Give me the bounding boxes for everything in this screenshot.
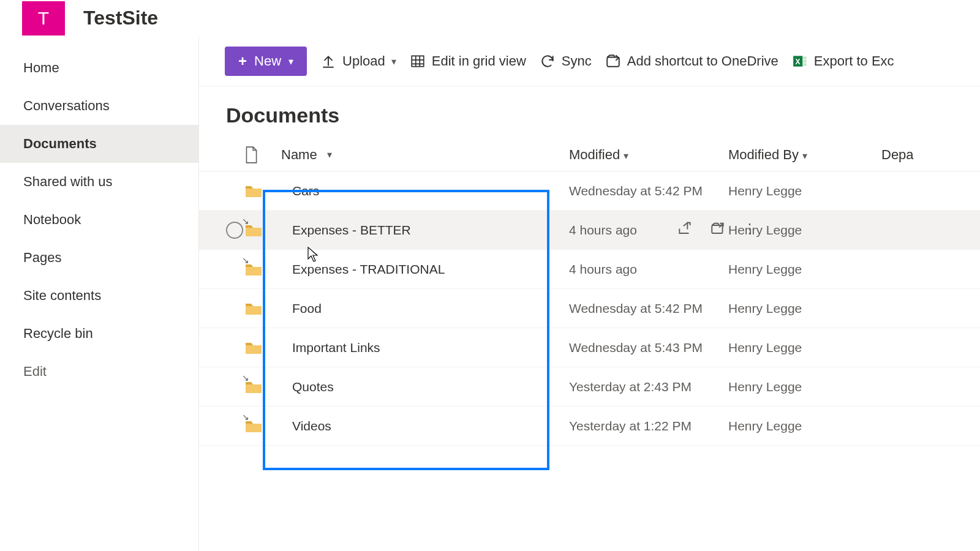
- row-modified: Yesterday at 1:22 PM: [569, 419, 728, 433]
- site-header: T TestSite: [0, 0, 980, 37]
- sidebar: Home Conversations Documents Shared with…: [0, 37, 199, 551]
- new-button[interactable]: + New ▾: [225, 47, 307, 76]
- sidebar-item-pages[interactable]: Pages: [0, 239, 198, 277]
- chevron-down-icon: ▾: [391, 56, 396, 67]
- edit-grid-button[interactable]: Edit in grid view: [410, 53, 526, 69]
- tick-mark: ↘: [242, 373, 249, 383]
- upload-button[interactable]: Upload ▾: [320, 53, 396, 69]
- row-modified-by: Henry Legge: [728, 184, 881, 198]
- sidebar-item-recycle-bin[interactable]: Recycle bin: [0, 315, 198, 353]
- file-type-icon[interactable]: [244, 146, 258, 163]
- row-actions: ⋮: [677, 220, 758, 239]
- svg-rect-8: [712, 225, 722, 233]
- folder-icon: [244, 301, 263, 316]
- sync-icon: [540, 53, 556, 69]
- table-row[interactable]: ↘Expenses - TRADITIONAL4 hours agoHenry …: [199, 250, 980, 289]
- row-modified-by: Henry Legge: [728, 419, 881, 433]
- row-select-ring[interactable]: [226, 222, 243, 239]
- open-location-icon[interactable]: [710, 220, 726, 239]
- upload-icon: [320, 53, 336, 69]
- tick-mark: ↘: [242, 216, 249, 226]
- table-row[interactable]: ↘Expenses - BETTER4 hours agoHenry Legge…: [199, 211, 980, 250]
- row-name[interactable]: Food: [292, 301, 322, 316]
- row-modified: 4 hours ago: [569, 262, 728, 277]
- add-shortcut-label: Add shortcut to OneDrive: [627, 53, 778, 69]
- add-shortcut-button[interactable]: Add shortcut to OneDrive: [605, 53, 778, 69]
- sync-label: Sync: [562, 53, 592, 69]
- svg-rect-6: [802, 63, 807, 66]
- svg-rect-4: [802, 56, 807, 59]
- row-modified-by: Henry Legge: [728, 262, 881, 277]
- row-modified: Wednesday at 5:42 PM: [569, 184, 728, 198]
- row-name[interactable]: Important Links: [292, 340, 380, 355]
- export-label: Export to Exc: [814, 53, 894, 69]
- plus-icon: +: [238, 53, 247, 70]
- more-actions-icon[interactable]: ⋮: [743, 220, 758, 239]
- sidebar-item-documents[interactable]: Documents: [0, 125, 198, 163]
- main: + New ▾ Upload ▾ Edit in grid view Sync …: [199, 37, 980, 551]
- table-row[interactable]: CarsWednesday at 5:42 PMHenry Legge⋮: [199, 171, 980, 211]
- row-modified-by: Henry Legge: [728, 380, 881, 394]
- chevron-down-icon: ▾: [624, 151, 628, 161]
- chevron-down-icon: ▾: [327, 149, 332, 160]
- export-button[interactable]: X Export to Exc: [792, 53, 894, 69]
- chevron-down-icon: ▾: [288, 56, 293, 67]
- excel-icon: X: [792, 53, 808, 69]
- toolbar: + New ▾ Upload ▾ Edit in grid view Sync …: [199, 37, 980, 86]
- table-row[interactable]: ↘QuotesYesterday at 2:43 PMHenry Legge⋮: [199, 367, 980, 407]
- row-modified: Wednesday at 5:43 PM: [569, 340, 728, 355]
- column-header-name[interactable]: Name▾: [281, 147, 569, 163]
- upload-label: Upload: [342, 53, 385, 69]
- sidebar-edit[interactable]: Edit: [0, 353, 198, 391]
- documents-table: Name▾ Modified▾ Modified By▾ Depa CarsWe…: [199, 138, 980, 446]
- row-name[interactable]: Expenses - BETTER: [292, 223, 411, 238]
- sidebar-item-site-contents[interactable]: Site contents: [0, 277, 198, 315]
- table-row[interactable]: Important LinksWednesday at 5:43 PMHenry…: [199, 328, 980, 367]
- site-title[interactable]: TestSite: [83, 7, 158, 29]
- sidebar-item-notebook[interactable]: Notebook: [0, 201, 198, 239]
- sidebar-item-conversations[interactable]: Conversations: [0, 87, 198, 125]
- row-modified-by: Henry Legge: [728, 301, 881, 316]
- sync-button[interactable]: Sync: [540, 53, 592, 69]
- sidebar-item-home[interactable]: Home: [0, 49, 198, 87]
- row-modified-by: Henry Legge: [728, 340, 881, 355]
- column-header-modified-by[interactable]: Modified By▾: [728, 147, 881, 163]
- svg-text:X: X: [795, 58, 800, 66]
- row-name[interactable]: Expenses - TRADITIONAL: [292, 262, 445, 277]
- share-icon[interactable]: [677, 220, 693, 239]
- table-row[interactable]: ↘VideosYesterday at 1:22 PMHenry Legge⋮: [199, 407, 980, 446]
- column-header-extra[interactable]: Depa: [881, 147, 980, 163]
- page-title: Documents: [199, 86, 980, 138]
- folder-icon: [244, 340, 263, 355]
- row-name[interactable]: Videos: [292, 419, 331, 433]
- row-name[interactable]: Cars: [292, 184, 319, 198]
- row-modified: Yesterday at 2:43 PM: [569, 380, 728, 394]
- new-button-label: New: [254, 53, 281, 69]
- chevron-down-icon: ▾: [802, 151, 807, 161]
- column-header-modified[interactable]: Modified▾: [569, 147, 728, 163]
- edit-grid-label: Edit in grid view: [432, 53, 526, 69]
- row-modified: Wednesday at 5:42 PM: [569, 301, 728, 316]
- shortcut-icon: [605, 53, 621, 69]
- sidebar-item-shared-with-us[interactable]: Shared with us: [0, 163, 198, 201]
- grid-icon: [410, 53, 426, 69]
- tick-mark: ↘: [242, 255, 249, 265]
- tick-mark: ↘: [242, 412, 249, 422]
- table-header: Name▾ Modified▾ Modified By▾ Depa: [199, 138, 980, 171]
- site-logo[interactable]: T: [22, 1, 65, 36]
- row-name[interactable]: Quotes: [292, 380, 334, 394]
- svg-rect-5: [802, 60, 807, 62]
- svg-rect-0: [412, 56, 424, 66]
- table-row[interactable]: FoodWednesday at 5:42 PMHenry Legge⋮: [199, 289, 980, 328]
- folder-icon: [244, 184, 263, 198]
